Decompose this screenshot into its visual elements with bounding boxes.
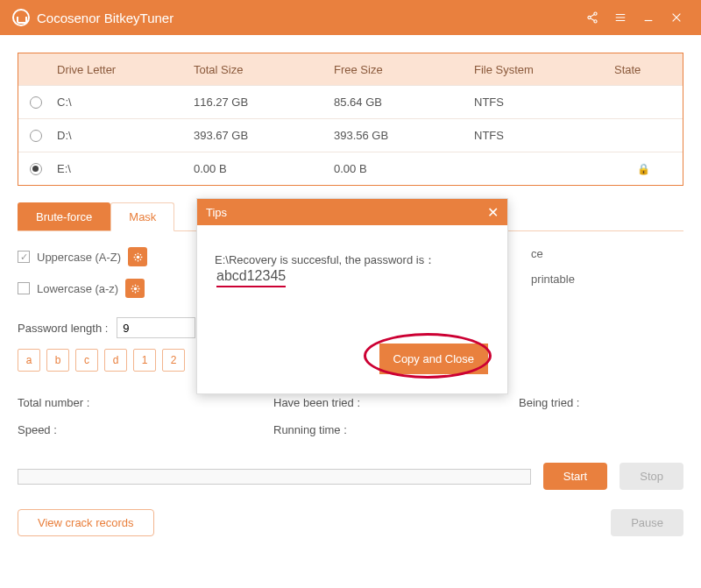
copy-and-close-button[interactable]: Copy and Close [379,344,489,374]
col-state: State [614,63,683,76]
stat-speed-label: Speed : [18,423,273,436]
table-row[interactable]: E:\ 0.00 B 0.00 B 🔒 [18,152,683,185]
option-partial-printable: printable [531,273,575,286]
minimize-button[interactable] [636,5,661,30]
drive-table: Drive Letter Total Size Free Size File S… [18,53,683,186]
stat-tried-label: Have been tried : [273,396,519,409]
stat-total-label: Total number : [18,396,273,409]
tab-mask[interactable]: Mask [110,202,174,231]
col-letter: Drive Letter [53,63,194,76]
stat-being-tried-label: Being tried : [519,396,683,409]
share-button[interactable] [580,5,605,30]
char-box[interactable]: a [18,349,40,372]
app-logo-icon [12,9,30,26]
tips-dialog: Tips ✕ E:\Recovery is succesful, the pas… [196,198,508,394]
table-row[interactable]: D:\ 393.67 GB 393.56 GB NTFS [18,118,683,152]
app-title: Cocosenor BitkeyTuner [37,11,577,25]
password-length-label: Password length : [18,322,108,335]
uppercase-label: Uppercase (A-Z) [37,251,121,264]
svg-point-1 [588,16,591,18]
char-box[interactable]: 1 [133,349,156,372]
lowercase-label: Lowercase (a-z) [37,282,118,295]
dialog-header: Tips ✕ [197,199,507,225]
svg-point-3 [136,255,139,259]
lowercase-settings-button[interactable] [125,279,145,298]
svg-point-0 [594,12,597,15]
option-partial-space: ce [531,247,575,260]
titlebar: Cocosenor BitkeyTuner [0,0,701,35]
svg-point-2 [594,20,597,23]
drive-radio[interactable] [30,130,42,142]
stat-runtime-label: Running time : [273,423,519,436]
start-button[interactable]: Start [543,463,607,490]
pause-button[interactable]: Pause [611,509,683,536]
stop-button[interactable]: Stop [620,463,683,490]
col-free: Free Size [334,63,474,76]
password-length-input[interactable] [117,317,195,338]
dialog-title: Tips [206,206,227,219]
char-box[interactable]: d [104,349,127,372]
col-fs: File System [474,63,614,76]
tab-brute-force[interactable]: Brute-force [18,202,110,230]
svg-point-4 [133,287,137,290]
progress-bar [18,469,531,485]
lock-icon: 🔒 [637,163,650,175]
drive-radio[interactable] [30,96,42,109]
dialog-close-button[interactable]: ✕ [487,204,499,221]
col-total: Total Size [194,63,334,76]
statistics: Total number : Speed : Have been tried :… [18,396,683,436]
char-box[interactable]: c [75,349,98,372]
uppercase-settings-button[interactable] [128,247,147,266]
drive-radio[interactable] [30,163,42,175]
char-box[interactable]: 2 [162,349,185,372]
char-box[interactable]: b [46,349,69,372]
table-row[interactable]: C:\ 116.27 GB 85.64 GB NTFS [18,85,683,118]
close-button[interactable] [664,5,689,30]
view-records-button[interactable]: View crack records [18,509,154,536]
drive-table-header: Drive Letter Total Size Free Size File S… [18,53,683,85]
recovered-password: abcd12345 [216,268,286,287]
menu-button[interactable] [608,5,633,30]
lowercase-checkbox[interactable] [18,282,30,294]
dialog-message: E:\Recovery is succesful, the password i… [215,253,435,266]
uppercase-checkbox[interactable]: ✓ [18,251,30,263]
